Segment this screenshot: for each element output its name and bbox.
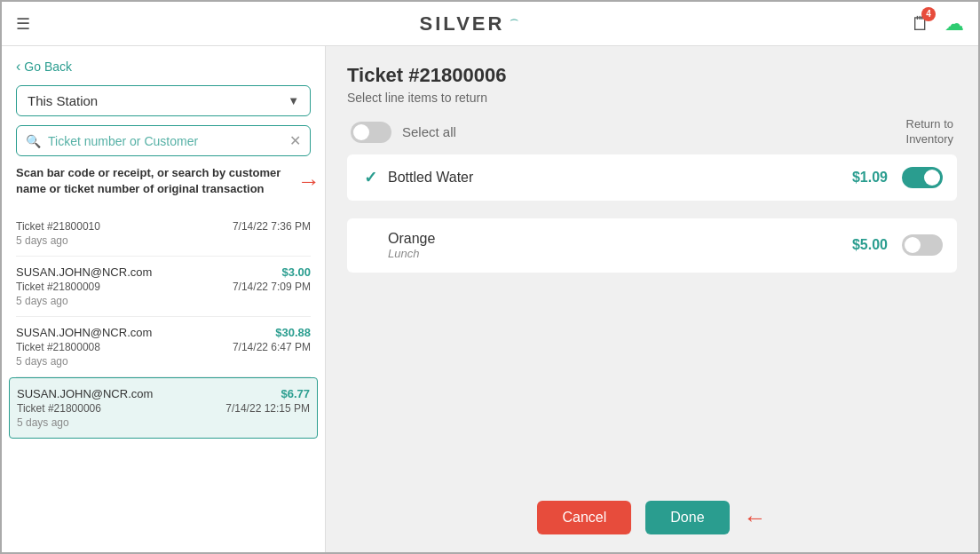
line-item-price: $5.00 [852, 237, 888, 253]
select-all-left: Select all [351, 122, 456, 143]
ticket-ago: 5 days ago [16, 355, 311, 368]
bottom-bar: Cancel Done ← [347, 483, 957, 534]
ticket-ago: 5 days ago [17, 416, 310, 429]
search-bar: 🔍 ✕ [16, 125, 311, 156]
dropdown-arrow-icon: ▼ [288, 94, 299, 107]
notifications-icon[interactable]: 🗒 4 [911, 12, 930, 36]
back-arrow-icon: ‹ [16, 59, 20, 75]
search-input[interactable] [48, 134, 289, 148]
done-arrow-icon: ← [744, 504, 767, 532]
list-item[interactable]: Ticket #21800010 7/14/22 7:36 PM 5 days … [16, 210, 311, 257]
return-to-inventory-label: Return toInventory [906, 117, 953, 147]
line-item-left: Orange Lunch [361, 231, 435, 260]
title-text: SILVER [420, 12, 505, 36]
ticket-email: SUSAN.JOHN@NCR.com [16, 265, 152, 279]
search-icon: 🔍 [26, 134, 41, 148]
ticket-detail-subtitle: Select line items to return [347, 91, 957, 105]
ticket-amount: $30.88 [275, 326, 311, 339]
list-item[interactable]: SUSAN.JOHN@NCR.com $30.88 Ticket #218000… [16, 317, 311, 377]
scan-hint-text: Scan bar code or receipt, or search by c… [16, 165, 311, 197]
select-all-toggle[interactable] [351, 122, 391, 143]
select-all-row: Select all Return toInventory [347, 117, 957, 147]
ticket-amount: $3.00 [281, 265, 311, 279]
list-item[interactable]: SUSAN.JOHN@NCR.com $6.77 Ticket #2180000… [9, 377, 318, 439]
line-item-price: $1.09 [852, 170, 888, 186]
ticket-date: 7/14/22 7:36 PM [233, 220, 311, 233]
line-item[interactable]: Orange Lunch $5.00 [347, 218, 957, 273]
station-label: This Station [28, 93, 98, 108]
line-item-sub: Lunch [388, 247, 435, 260]
ticket-email: SUSAN.JOHN@NCR.com [17, 387, 153, 400]
search-clear-icon[interactable]: ✕ [289, 132, 301, 149]
line-item-toggle[interactable] [902, 234, 943, 256]
go-back-label: Go Back [24, 59, 72, 74]
list-item[interactable]: SUSAN.JOHN@NCR.com $3.00 Ticket #2180000… [16, 257, 311, 317]
select-all-label: Select all [402, 124, 456, 139]
ticket-number: Ticket #21800006 [17, 402, 101, 415]
ticket-number: Ticket #21800009 [16, 281, 100, 293]
cloud-sync-icon[interactable]: ☁ [944, 12, 964, 36]
line-item-left: ✓ Bottled Water [364, 168, 473, 187]
line-item-name: Orange [388, 231, 435, 247]
ticket-date: 7/14/22 7:09 PM [233, 281, 311, 293]
ticket-email: SUSAN.JOHN@NCR.com [16, 326, 152, 339]
menu-icon[interactable]: ☰ [16, 14, 30, 34]
line-item-info: Orange Lunch [388, 231, 435, 260]
header: ☰ SILVER ⌒ 🗒 4 ☁ [2, 2, 978, 46]
ticket-date: 7/14/22 6:47 PM [233, 341, 311, 353]
line-item[interactable]: ✓ Bottled Water $1.09 [347, 154, 957, 201]
station-dropdown[interactable]: This Station ▼ [16, 85, 311, 116]
ticket-ago: 5 days ago [16, 295, 311, 307]
ticket-list: Ticket #21800010 7/14/22 7:36 PM 5 days … [2, 210, 325, 552]
line-item-row: → ✓ Bottled Water $1.09 [347, 154, 957, 210]
title-accent: ⌒ [510, 18, 521, 30]
line-item-toggle[interactable] [902, 167, 943, 188]
ticket-date: 7/14/22 12:15 PM [225, 402, 310, 415]
done-button[interactable]: Done [645, 501, 729, 534]
red-arrow-icon: → [297, 168, 320, 195]
ticket-number: Ticket #21800010 [16, 220, 100, 233]
left-panel: ‹ Go Back This Station ▼ 🔍 ✕ Scan bar co… [2, 46, 326, 552]
main-content: ‹ Go Back This Station ▼ 🔍 ✕ Scan bar co… [2, 46, 978, 552]
app-title: SILVER ⌒ [420, 12, 522, 36]
line-item-name: Bottled Water [388, 170, 473, 186]
ticket-amount: $6.77 [281, 387, 310, 400]
annotation-arrow: → [297, 168, 320, 195]
notif-badge: 4 [921, 7, 936, 21]
line-item-right: $5.00 [852, 234, 943, 256]
check-icon: ✓ [364, 168, 377, 187]
ticket-detail-title: Ticket #21800006 [347, 64, 957, 87]
ticket-number: Ticket #21800008 [16, 341, 100, 353]
right-panel: Ticket #21800006 Select line items to re… [326, 46, 978, 552]
cancel-button[interactable]: Cancel [537, 501, 631, 534]
ticket-ago: 5 days ago [16, 234, 311, 247]
go-back-button[interactable]: ‹ Go Back [2, 46, 325, 82]
line-item-right: $1.09 [852, 167, 943, 188]
header-icons: 🗒 4 ☁ [911, 12, 964, 36]
